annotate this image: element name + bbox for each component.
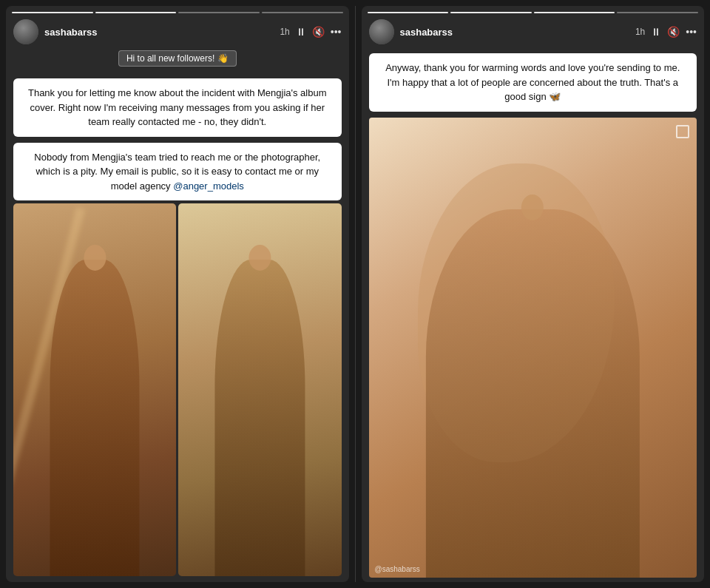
- right-story-header: sashabarss 1h ⏸ 🔇 •••: [362, 13, 705, 50]
- right-pause-icon[interactable]: ⏸: [651, 26, 661, 38]
- right-time: 1h: [635, 27, 645, 37]
- left-story-panel: sashabarss 1h ⏸ 🔇 ••• Hi to all new foll…: [6, 6, 349, 582]
- left-story-header: sashabarss 1h ⏸ 🔇 •••: [6, 13, 349, 50]
- right-photo-main: @sashabarss: [369, 118, 697, 578]
- agency-link[interactable]: @anger_models: [173, 180, 244, 192]
- left-controls: ⏸ 🔇 •••: [296, 26, 342, 38]
- left-photo-2: [178, 203, 341, 576]
- left-photo-1: [13, 203, 176, 576]
- left-text-card-1: Thank you for letting me know about the …: [13, 78, 342, 137]
- left-mute-icon[interactable]: 🔇: [312, 26, 325, 38]
- right-photo-tag: @sashabarss: [375, 565, 420, 573]
- right-controls: ⏸ 🔇 •••: [651, 26, 697, 38]
- right-text-card-1: Anyway, thank you for warming words and …: [369, 53, 697, 112]
- silhouette-1: [50, 260, 140, 576]
- right-story-panel: sashabarss 1h ⏸ 🔇 ••• Anyway, thank you …: [362, 6, 705, 582]
- right-mute-icon[interactable]: 🔇: [667, 26, 680, 38]
- left-avatar[interactable]: [13, 19, 38, 44]
- left-more-icon[interactable]: •••: [331, 26, 342, 38]
- right-progress-bars: [362, 6, 705, 13]
- right-silhouette: [426, 209, 639, 578]
- left-username[interactable]: sashabarss: [44, 27, 274, 38]
- left-photos-area: [6, 203, 349, 582]
- left-time: 1h: [280, 27, 289, 37]
- left-pause-icon[interactable]: ⏸: [296, 26, 306, 38]
- greeting-badge: Hi to all new followers! 👋: [118, 50, 237, 67]
- left-card1-text: Thank you for letting me know about the …: [28, 87, 327, 127]
- left-progress-bars: [6, 6, 349, 13]
- right-username[interactable]: sashabarss: [400, 27, 629, 38]
- panel-divider: [355, 6, 356, 582]
- photo-expand-icon[interactable]: [676, 125, 689, 138]
- greeting-container: Hi to all new followers! 👋: [6, 50, 349, 75]
- silhouette-2: [215, 260, 305, 576]
- right-more-icon[interactable]: •••: [686, 26, 697, 38]
- right-card1-text: Anyway, thank you for warming words and …: [385, 62, 680, 102]
- left-text-card-2: Nobody from Mengjia's team tried to reac…: [13, 143, 342, 201]
- right-avatar[interactable]: [369, 19, 394, 44]
